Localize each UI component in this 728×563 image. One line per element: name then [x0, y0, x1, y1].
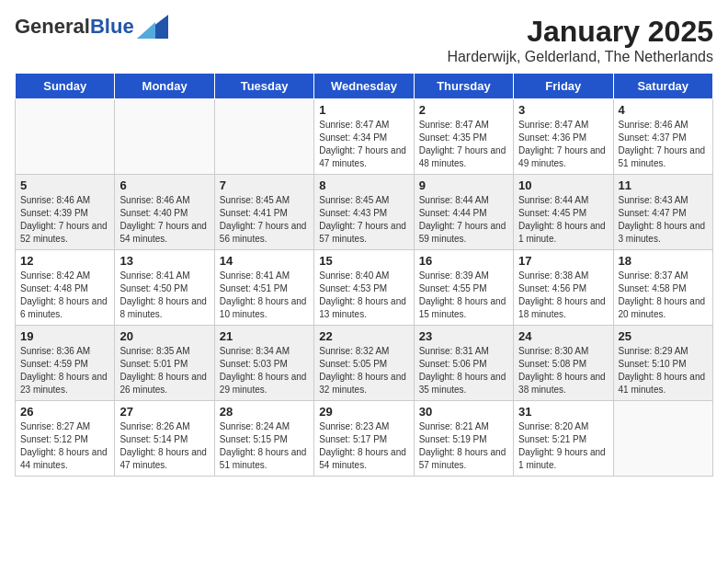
day-info: Sunrise: 8:41 AMSunset: 4:51 PMDaylight:…: [220, 270, 309, 321]
day-number: 29: [319, 405, 408, 419]
day-number: 5: [20, 178, 109, 192]
day-info: Sunrise: 8:32 AMSunset: 5:05 PMDaylight:…: [319, 345, 408, 396]
calendar-cell: 16Sunrise: 8:39 AMSunset: 4:55 PMDayligh…: [414, 250, 513, 326]
day-number: 30: [419, 405, 508, 419]
day-info: Sunrise: 8:47 AMSunset: 4:34 PMDaylight:…: [319, 119, 408, 170]
calendar-cell: 7Sunrise: 8:45 AMSunset: 4:41 PMDaylight…: [214, 175, 313, 250]
day-number: 17: [518, 254, 608, 268]
calendar-cell: 21Sunrise: 8:34 AMSunset: 5:03 PMDayligh…: [214, 326, 313, 401]
day-number: 12: [20, 254, 109, 268]
day-info: Sunrise: 8:26 AMSunset: 5:14 PMDaylight:…: [119, 420, 209, 472]
day-info: Sunrise: 8:39 AMSunset: 4:55 PMDaylight:…: [419, 270, 508, 321]
week-row-2: 5Sunrise: 8:46 AMSunset: 4:39 PMDaylight…: [16, 175, 713, 250]
logo-general-text: General: [15, 15, 90, 39]
calendar-cell: 6Sunrise: 8:46 AMSunset: 4:40 PMDaylight…: [115, 175, 214, 250]
day-info: Sunrise: 8:27 AMSunset: 5:12 PMDaylight:…: [20, 420, 109, 472]
page-header: General Blue January 2025 Harderwijk, Ge…: [15, 15, 713, 65]
calendar-cell: 27Sunrise: 8:26 AMSunset: 5:14 PMDayligh…: [115, 401, 214, 477]
day-info: Sunrise: 8:44 AMSunset: 4:45 PMDaylight:…: [518, 194, 608, 246]
weekday-header-friday: Friday: [514, 74, 613, 99]
calendar-cell: 4Sunrise: 8:46 AMSunset: 4:37 PMDaylight…: [613, 99, 712, 175]
weekday-header-wednesday: Wednesday: [314, 74, 414, 99]
day-number: 16: [419, 254, 508, 268]
calendar-cell: 20Sunrise: 8:35 AMSunset: 5:01 PMDayligh…: [115, 326, 214, 401]
day-info: Sunrise: 8:38 AMSunset: 4:56 PMDaylight:…: [518, 270, 608, 321]
day-info: Sunrise: 8:45 AMSunset: 4:43 PMDaylight:…: [319, 194, 408, 246]
day-number: 7: [220, 178, 309, 192]
weekday-header-tuesday: Tuesday: [214, 74, 313, 99]
day-number: 19: [20, 329, 109, 343]
calendar-cell: 2Sunrise: 8:47 AMSunset: 4:35 PMDaylight…: [414, 99, 513, 175]
day-info: Sunrise: 8:40 AMSunset: 4:53 PMDaylight:…: [319, 270, 408, 321]
weekday-header-saturday: Saturday: [613, 74, 712, 99]
calendar-cell: 30Sunrise: 8:21 AMSunset: 5:19 PMDayligh…: [414, 401, 513, 477]
day-number: 3: [518, 103, 608, 117]
weekday-header-sunday: Sunday: [16, 74, 115, 99]
calendar-cell: 24Sunrise: 8:30 AMSunset: 5:08 PMDayligh…: [514, 326, 613, 401]
calendar-cell: 28Sunrise: 8:24 AMSunset: 5:15 PMDayligh…: [214, 401, 313, 477]
week-row-1: 1Sunrise: 8:47 AMSunset: 4:34 PMDaylight…: [16, 99, 713, 175]
day-info: Sunrise: 8:35 AMSunset: 5:01 PMDaylight:…: [119, 345, 209, 396]
day-info: Sunrise: 8:37 AMSunset: 4:58 PMDaylight:…: [619, 270, 708, 321]
day-number: 4: [619, 103, 708, 117]
calendar-cell: 1Sunrise: 8:47 AMSunset: 4:34 PMDaylight…: [314, 99, 414, 175]
day-info: Sunrise: 8:21 AMSunset: 5:19 PMDaylight:…: [419, 420, 508, 472]
day-number: 1: [319, 103, 408, 117]
day-number: 28: [220, 405, 309, 419]
calendar-cell: 8Sunrise: 8:45 AMSunset: 4:43 PMDaylight…: [314, 175, 414, 250]
calendar-cell: 19Sunrise: 8:36 AMSunset: 4:59 PMDayligh…: [16, 326, 115, 401]
title-block: January 2025 Harderwijk, Gelderland, The…: [447, 15, 713, 65]
day-info: Sunrise: 8:36 AMSunset: 4:59 PMDaylight:…: [20, 345, 109, 396]
weekday-header-row: SundayMondayTuesdayWednesdayThursdayFrid…: [16, 74, 713, 99]
location-subtitle: Harderwijk, Gelderland, The Netherlands: [447, 49, 713, 65]
calendar-cell: [16, 99, 115, 175]
day-number: 23: [419, 329, 508, 343]
day-number: 2: [419, 103, 508, 117]
calendar-cell: 10Sunrise: 8:44 AMSunset: 4:45 PMDayligh…: [514, 175, 613, 250]
logo: General Blue: [15, 15, 168, 39]
day-info: Sunrise: 8:31 AMSunset: 5:06 PMDaylight:…: [419, 345, 508, 396]
day-info: Sunrise: 8:29 AMSunset: 5:10 PMDaylight:…: [619, 345, 708, 396]
day-info: Sunrise: 8:43 AMSunset: 4:47 PMDaylight:…: [619, 194, 708, 246]
calendar-table: SundayMondayTuesdayWednesdayThursdayFrid…: [15, 73, 713, 477]
calendar-cell: 9Sunrise: 8:44 AMSunset: 4:44 PMDaylight…: [414, 175, 513, 250]
day-info: Sunrise: 8:23 AMSunset: 5:17 PMDaylight:…: [319, 420, 408, 472]
day-number: 15: [319, 254, 408, 268]
calendar-cell: [115, 99, 214, 175]
calendar-cell: [214, 99, 313, 175]
calendar-cell: 18Sunrise: 8:37 AMSunset: 4:58 PMDayligh…: [613, 250, 712, 326]
calendar-cell: 31Sunrise: 8:20 AMSunset: 5:21 PMDayligh…: [514, 401, 613, 477]
week-row-4: 19Sunrise: 8:36 AMSunset: 4:59 PMDayligh…: [16, 326, 713, 401]
day-info: Sunrise: 8:30 AMSunset: 5:08 PMDaylight:…: [518, 345, 608, 396]
day-info: Sunrise: 8:24 AMSunset: 5:15 PMDaylight:…: [220, 420, 309, 472]
day-number: 22: [319, 329, 408, 343]
day-number: 27: [119, 405, 209, 419]
calendar-cell: 26Sunrise: 8:27 AMSunset: 5:12 PMDayligh…: [16, 401, 115, 477]
day-number: 10: [518, 178, 608, 192]
calendar-cell: [613, 401, 712, 477]
day-number: 8: [319, 178, 408, 192]
day-info: Sunrise: 8:20 AMSunset: 5:21 PMDaylight:…: [518, 420, 608, 472]
day-info: Sunrise: 8:47 AMSunset: 4:35 PMDaylight:…: [419, 119, 508, 170]
calendar-cell: 25Sunrise: 8:29 AMSunset: 5:10 PMDayligh…: [613, 326, 712, 401]
calendar-cell: 23Sunrise: 8:31 AMSunset: 5:06 PMDayligh…: [414, 326, 513, 401]
day-info: Sunrise: 8:42 AMSunset: 4:48 PMDaylight:…: [20, 270, 109, 321]
calendar-cell: 29Sunrise: 8:23 AMSunset: 5:17 PMDayligh…: [314, 401, 414, 477]
calendar-cell: 17Sunrise: 8:38 AMSunset: 4:56 PMDayligh…: [514, 250, 613, 326]
day-info: Sunrise: 8:46 AMSunset: 4:40 PMDaylight:…: [119, 194, 209, 246]
day-info: Sunrise: 8:44 AMSunset: 4:44 PMDaylight:…: [419, 194, 508, 246]
week-row-5: 26Sunrise: 8:27 AMSunset: 5:12 PMDayligh…: [16, 401, 713, 477]
day-number: 31: [518, 405, 608, 419]
calendar-cell: 5Sunrise: 8:46 AMSunset: 4:39 PMDaylight…: [16, 175, 115, 250]
day-info: Sunrise: 8:46 AMSunset: 4:39 PMDaylight:…: [20, 194, 109, 246]
day-number: 6: [119, 178, 209, 192]
calendar-cell: 14Sunrise: 8:41 AMSunset: 4:51 PMDayligh…: [214, 250, 313, 326]
calendar-cell: 15Sunrise: 8:40 AMSunset: 4:53 PMDayligh…: [314, 250, 414, 326]
day-info: Sunrise: 8:34 AMSunset: 5:03 PMDaylight:…: [220, 345, 309, 396]
calendar-cell: 3Sunrise: 8:47 AMSunset: 4:36 PMDaylight…: [514, 99, 613, 175]
svg-marker-1: [137, 22, 155, 39]
weekday-header-monday: Monday: [115, 74, 214, 99]
day-number: 25: [619, 329, 708, 343]
month-title: January 2025: [447, 15, 713, 49]
day-number: 13: [119, 254, 209, 268]
